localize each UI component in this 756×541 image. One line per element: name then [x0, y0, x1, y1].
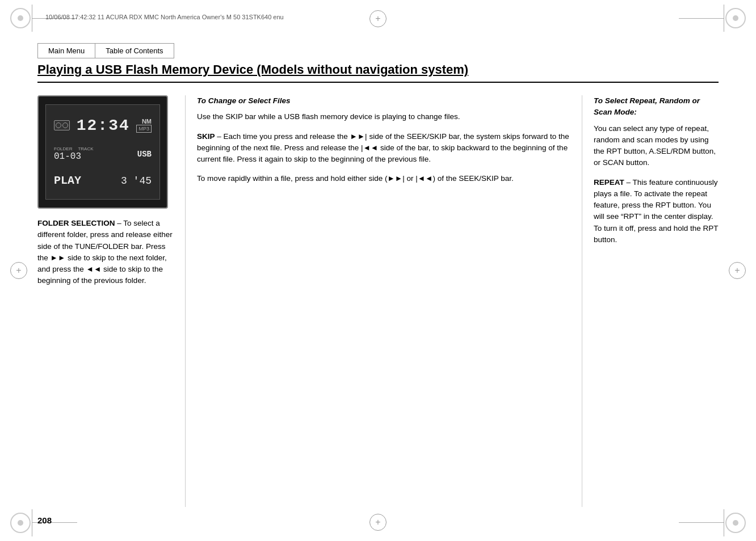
repeat-random-scan-title: To Select Repeat, Random or Scan Mode: — [594, 95, 719, 119]
corner-line-v-bl — [32, 509, 32, 536]
skip-body: – Each time you press and release the ►►… — [197, 132, 569, 164]
repeat-random-scan-intro: You can select any type of repeat, rando… — [594, 123, 719, 169]
radio-row-1: 12:34 NM MP3 — [54, 117, 152, 134]
corner-line-h-br — [679, 522, 724, 523]
header-filename: 10/06/08 17:42:32 11 ACURA RDX MMC North… — [45, 14, 284, 20]
radio-badge: NM MP3 — [136, 118, 152, 133]
center-mark-bottom — [369, 514, 387, 531]
folder-label: FOLDER — [54, 146, 72, 151]
radio-row-2: FOLDER TRACK 01-03 USB — [54, 146, 152, 162]
page-title: Playing a USB Flash Memory Device (Model… — [37, 62, 719, 83]
repeat-body: – This feature continuously plays a file… — [594, 178, 718, 244]
folder-selection-body: – To select a different folder, press an… — [37, 219, 173, 285]
page-number: 208 — [37, 515, 52, 525]
radio-nm: NM — [142, 118, 152, 125]
repeat-section: REPEAT – This feature continuously plays… — [594, 177, 719, 246]
radio-row-3: PLAY 3 '45 — [54, 174, 152, 187]
skip-term: SKIP — [197, 132, 215, 141]
left-column: 12:34 NM MP3 FOLDER TRACK 01-03 — [37, 95, 185, 507]
radio-folder-track: FOLDER TRACK 01-03 — [54, 146, 94, 162]
change-select-files-title: To Change or Select Files — [197, 95, 570, 107]
main-menu-button[interactable]: Main Menu — [37, 43, 95, 58]
move-rapidly-body: To move rapidly within a file, press and… — [197, 173, 570, 184]
corner-mark-tl — [10, 8, 31, 28]
repeat-term: REPEAT — [594, 178, 624, 187]
cassette-icon — [54, 120, 70, 130]
radio-time: 12:34 — [77, 117, 130, 134]
corner-mark-br — [725, 513, 746, 533]
middle-column: To Change or Select Files Use the SKIP b… — [185, 95, 582, 507]
folder-selection-text: FOLDER SELECTION – To select a different… — [37, 218, 174, 287]
skip-section: SKIP – Each time you press and release t… — [197, 131, 570, 166]
corner-line-h-tr — [679, 18, 724, 19]
center-mark-right — [729, 262, 746, 279]
folder-selection-title: FOLDER SELECTION — [37, 219, 115, 227]
change-select-files-intro: Use the SKIP bar while a USB flash memor… — [197, 111, 570, 122]
corner-mark-bl — [10, 513, 31, 533]
content-area: 12:34 NM MP3 FOLDER TRACK 01-03 — [37, 95, 719, 507]
table-of-contents-button[interactable]: Table of Contents — [95, 43, 174, 58]
center-mark-left — [10, 262, 27, 279]
center-mark-top — [369, 10, 387, 27]
corner-line-v-tl — [32, 5, 32, 32]
nav-buttons: Main Menu Table of Contents — [37, 43, 174, 58]
radio-display-inner: 12:34 NM MP3 FOLDER TRACK 01-03 — [45, 104, 160, 200]
radio-folder-num: 01-03 — [54, 151, 94, 162]
corner-line-v-br — [724, 509, 724, 536]
right-column: To Select Repeat, Random or Scan Mode: Y… — [582, 95, 719, 507]
track-label: TRACK — [78, 146, 93, 151]
radio-mp3: MP3 — [136, 125, 152, 133]
radio-play: PLAY — [54, 174, 81, 187]
radio-track-time: 3 '45 — [121, 175, 152, 187]
page-container: 10/06/08 17:42:32 11 ACURA RDX MMC North… — [0, 0, 756, 541]
corner-line-v-tr — [724, 5, 724, 32]
radio-usb: USB — [137, 150, 152, 159]
radio-labels-small: FOLDER TRACK — [54, 146, 94, 151]
corner-mark-tr — [725, 8, 746, 28]
radio-display-image: 12:34 NM MP3 FOLDER TRACK 01-03 — [37, 95, 168, 209]
